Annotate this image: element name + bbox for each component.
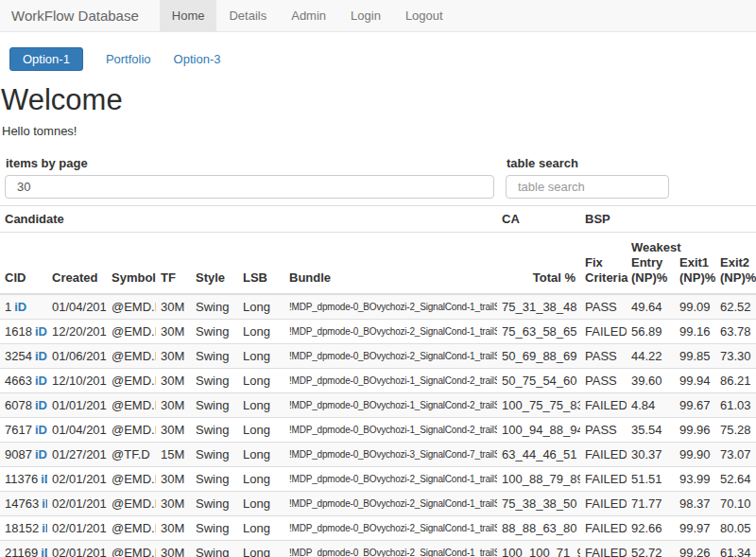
nav-item-login[interactable]: Login [338, 0, 393, 31]
id-link[interactable]: iD [42, 496, 47, 511]
cell-symbol: @EMD.D [107, 492, 156, 516]
cell-exit1: 99.67 [675, 393, 715, 418]
cell-fix-criteria: PASS [580, 418, 627, 443]
cell-fix-criteria: FAILED [580, 516, 627, 541]
group-header-ca: CA [497, 206, 580, 233]
cell-tf: 30M [156, 393, 191, 418]
cell-symbol: @EMD.D [107, 320, 156, 344]
cell-weakest-entry: 51.51 [627, 467, 675, 492]
items-by-page-input[interactable] [5, 175, 494, 199]
table-row: 9087iD 01/27/2016 @TF.D 15M Swing Long !… [0, 443, 756, 467]
cell-bundle: !MDP_dpmode-0_BOvychozi-1_SignalCond-2_t… [284, 369, 497, 393]
table-row: 4663iD 12/10/2015 @EMD.D 30M Swing Long … [0, 369, 756, 393]
cell-lsb: Long [238, 369, 284, 393]
id-link[interactable]: iD [35, 324, 47, 339]
col-header-exit2: Exit2 (NP)% [715, 233, 756, 295]
table-controls: items by page table search [5, 156, 756, 199]
cell-weakest-entry: 52.72 [627, 541, 675, 557]
cell-exit2: 86.21 [715, 369, 756, 393]
cell-style: Swing [191, 369, 238, 393]
cell-exit2: 75.28 [715, 418, 756, 443]
cell-cid: 6078iD [0, 393, 47, 418]
cell-created: 01/01/2016 [47, 393, 107, 418]
cell-cid: 1618iD [0, 320, 47, 344]
cell-total: 50_69_88_69 [497, 344, 580, 369]
cell-tf: 30M [156, 492, 191, 516]
cell-bundle: !MDP_dpmode-0_BOvychozi-2_SignalCond-1_t… [284, 294, 497, 320]
cell-total: 50_75_54_60 [497, 369, 580, 393]
cell-bundle: !MDP_dpmode-0_BOvychozi-2_SignalCond-1_t… [284, 492, 497, 516]
table-search-label: table search [507, 156, 669, 170]
col-header-symbol: Symbol [107, 233, 156, 295]
navbar-brand[interactable]: WorkFlow Database [0, 0, 154, 31]
cell-fix-criteria: PASS [580, 369, 627, 393]
cell-symbol: @EMD.D [107, 541, 156, 557]
portfolio-button[interactable]: Portfolio [106, 52, 151, 66]
cell-symbol: @EMD.D [107, 516, 156, 541]
cid-value: 6078 [5, 398, 32, 412]
cell-symbol: @EMD.D [107, 294, 156, 320]
nav-item-admin[interactable]: Admin [279, 0, 338, 31]
col-header-fix-criteria: Fix Criteria [580, 233, 627, 295]
table-row: 3254iD 01/06/2016 @EMD.D 30M Swing Long … [0, 344, 756, 369]
cell-cid: 18152iD [0, 516, 47, 541]
option-1-button[interactable]: Option-1 [9, 47, 83, 71]
items-by-page-label: items by page [6, 156, 494, 170]
cell-total: 100_88_79_89 [497, 467, 580, 492]
cid-value: 21169 [5, 546, 38, 557]
cell-style: Swing [191, 443, 238, 467]
cell-tf: 30M [156, 294, 191, 320]
cell-exit2: 52.64 [715, 467, 756, 492]
table-search-input[interactable] [506, 175, 669, 199]
id-link[interactable]: iD [35, 447, 47, 461]
nav-item-logout[interactable]: Logout [393, 0, 455, 31]
cid-value: 1618 [5, 324, 32, 339]
cell-total: 63_44_46_51 [497, 443, 580, 467]
option-3-button[interactable]: Option-3 [174, 52, 221, 66]
col-header-bundle: Bundle [284, 233, 497, 295]
cell-total: 88_88_63_80 [497, 516, 580, 541]
id-link[interactable]: iD [35, 349, 47, 363]
id-link[interactable]: iD [35, 398, 47, 412]
cell-style: Swing [191, 418, 238, 443]
col-header-style: Style [191, 233, 238, 295]
cell-total: 75_31_38_48 [497, 294, 580, 320]
id-link[interactable]: iD [35, 374, 47, 388]
cell-total: 100_100_71_90 [497, 541, 580, 557]
table-row: 14763iD 02/01/2016 @EMD.D 30M Swing Long… [0, 492, 756, 516]
cell-lsb: Long [238, 418, 284, 443]
cell-style: Swing [191, 320, 238, 344]
id-link[interactable]: iD [14, 300, 26, 314]
cell-fix-criteria: FAILED [580, 541, 627, 557]
id-link[interactable]: iD [35, 423, 47, 437]
cell-exit1: 93.99 [675, 467, 715, 492]
id-link[interactable]: iD [41, 546, 47, 557]
table-row: 7617iD 01/04/2016 @EMD.D 30M Swing Long … [0, 418, 756, 443]
cell-tf: 30M [156, 418, 191, 443]
cell-created: 02/01/2016 [47, 492, 107, 516]
cell-bundle: !MDP_dpmode-0_BOvychozi-3_SignalCond-7_t… [284, 443, 497, 467]
nav-item-home[interactable]: Home [160, 0, 217, 31]
cell-cid: 11376iD [0, 467, 47, 492]
id-link[interactable]: iD [42, 521, 47, 535]
col-header-cid: CID [0, 233, 47, 295]
cell-exit1: 99.09 [675, 294, 715, 320]
cell-exit2: 61.03 [715, 393, 756, 418]
table-row: 11376iD 02/01/2016 @EMD.D 30M Swing Long… [0, 467, 756, 492]
cell-symbol: @EMD.D [107, 418, 156, 443]
cell-symbol: @EMD.D [107, 344, 156, 369]
table-row: 1618iD 12/20/2015 @EMD.D 30M Swing Long … [0, 320, 756, 344]
cell-style: Swing [191, 393, 238, 418]
nav-item-details[interactable]: Details [216, 0, 279, 31]
cell-created: 01/27/2016 [47, 443, 107, 467]
cid-value: 9087 [5, 447, 32, 461]
cid-value: 4663 [5, 374, 32, 388]
options-toolbar: Option-1 Portfolio Option-3 [9, 47, 756, 71]
cell-created: 01/04/2016 [47, 418, 107, 443]
cell-exit1: 99.96 [675, 418, 715, 443]
cell-exit1: 99.16 [675, 320, 715, 344]
cell-tf: 15M [156, 443, 191, 467]
id-link[interactable]: iD [41, 472, 47, 486]
cell-cid: 9087iD [0, 443, 47, 467]
cid-value: 11376 [5, 472, 38, 486]
